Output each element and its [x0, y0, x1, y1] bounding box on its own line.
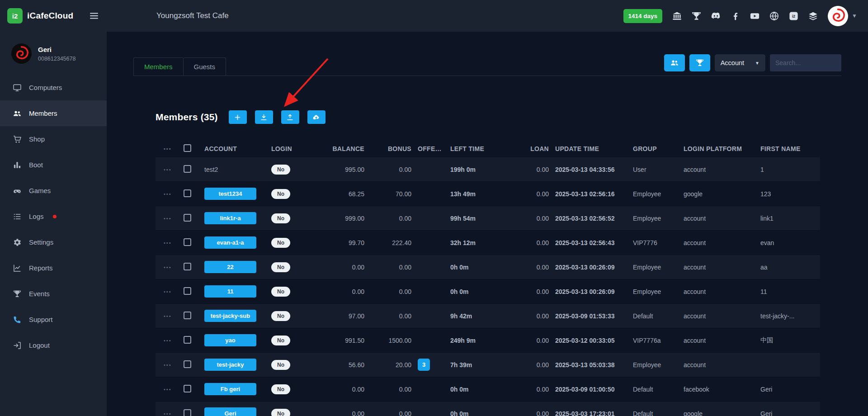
row-checkbox[interactable]: [184, 385, 191, 392]
sidebar-item-settings[interactable]: Settings: [0, 229, 107, 255]
column-header-account[interactable]: ACCOUNT: [204, 145, 271, 152]
first_name-cell: aa: [760, 264, 820, 271]
row-checkbox-cell: [184, 214, 204, 223]
row-menu-icon[interactable]: •••: [156, 387, 184, 392]
row-menu-icon[interactable]: •••: [156, 240, 184, 246]
column-header-group[interactable]: GROUP: [633, 145, 684, 152]
trophy-icon[interactable]: [691, 10, 702, 21]
sidebar-item-label: Logout: [29, 341, 50, 349]
row-checkbox[interactable]: [184, 312, 191, 319]
row-checkbox[interactable]: [184, 287, 191, 295]
column-header-bonus[interactable]: BONUS: [371, 145, 418, 152]
sidebar-item-boot[interactable]: Boot: [0, 152, 107, 178]
sidebar-item-shop[interactable]: Shop: [0, 126, 107, 152]
row-menu-icon[interactable]: •••: [156, 411, 184, 416]
column-header-update_time[interactable]: UPDATE TIME: [555, 145, 633, 152]
select-all-checkbox[interactable]: [184, 144, 191, 152]
account-menu-button[interactable]: ▼: [827, 5, 857, 27]
sidebar-item-logs[interactable]: Logs: [0, 203, 107, 229]
youtube-icon[interactable]: [749, 10, 760, 21]
row-menu-icon[interactable]: •••: [156, 338, 184, 343]
sidebar-item-computers[interactable]: Computers: [0, 75, 107, 100]
column-header-loan[interactable]: LOAN: [522, 145, 555, 152]
account-button[interactable]: test-jacky-sub: [204, 310, 256, 322]
search-input[interactable]: [770, 54, 841, 71]
sidebar-item-games[interactable]: Games: [0, 178, 107, 203]
row-menu-icon[interactable]: •••: [156, 216, 184, 221]
row-checkbox[interactable]: [184, 238, 191, 246]
column-header-left_time[interactable]: LEFT TIME: [450, 145, 522, 152]
account-button[interactable]: 11: [204, 285, 256, 298]
row-menu-icon[interactable]: •••: [156, 362, 184, 368]
users-icon: [13, 109, 22, 118]
bank-icon[interactable]: [671, 10, 682, 21]
row-checkbox[interactable]: [184, 189, 191, 197]
group-cell: VIP7776a: [633, 337, 684, 344]
row-menu-icon[interactable]: •••: [156, 167, 184, 172]
column-header-platform[interactable]: LOGIN PLATFORM: [684, 145, 760, 152]
row-checkbox[interactable]: [184, 214, 191, 222]
row-menu-icon[interactable]: •••: [156, 191, 184, 197]
layers-icon[interactable]: [807, 10, 818, 21]
hamburger-menu-icon[interactable]: [89, 10, 99, 21]
account-button[interactable]: 22: [204, 261, 256, 273]
account-button[interactable]: Geri: [204, 407, 256, 416]
sidebar-item-support[interactable]: Support: [0, 307, 107, 332]
trophy-icon: [695, 58, 704, 67]
offers-badge[interactable]: 3: [418, 359, 430, 371]
search-field-dropdown[interactable]: Account ▼: [715, 54, 765, 71]
login-cell: No: [271, 189, 322, 199]
sidebar-item-members[interactable]: Members: [0, 100, 107, 126]
sidebar-item-label: Games: [29, 187, 51, 194]
row-checkbox[interactable]: [184, 336, 191, 344]
facebook-icon[interactable]: [730, 10, 741, 21]
account-cell: yao: [204, 334, 271, 346]
group-cell: Employee: [633, 361, 684, 369]
group-cell: VIP7776: [633, 239, 684, 246]
upload-button[interactable]: [281, 110, 299, 124]
account-button[interactable]: Fb geri: [204, 383, 256, 395]
account-cell: test-jacky-sub: [204, 310, 271, 322]
column-header-balance[interactable]: BALANCE: [322, 145, 371, 152]
row-menu-icon[interactable]: •••: [156, 265, 184, 270]
tab-members[interactable]: Members: [133, 57, 184, 76]
discord-icon[interactable]: [710, 10, 721, 21]
sidebar-item-reports[interactable]: Reports: [0, 255, 107, 281]
sidebar-item-events[interactable]: Events: [0, 281, 107, 307]
account-button[interactable]: test-jacky: [204, 359, 256, 371]
account-button[interactable]: link1r-a: [204, 212, 256, 224]
plus-button[interactable]: [229, 110, 247, 124]
cloud-upload-button[interactable]: [307, 110, 326, 124]
globe-icon[interactable]: [769, 10, 779, 21]
column-header-offers[interactable]: OFFERS: [418, 145, 450, 152]
account-button[interactable]: test1234: [204, 188, 256, 200]
row-checkbox[interactable]: [184, 263, 191, 270]
column-header-login[interactable]: LOGIN: [271, 145, 322, 152]
tab-guests[interactable]: Guests: [184, 57, 226, 76]
row-menu-icon[interactable]: •••: [156, 313, 184, 319]
header-checkbox-cell: [184, 144, 204, 153]
login-cell: No: [271, 262, 322, 272]
login-badge: No: [271, 311, 290, 321]
download-button[interactable]: [255, 110, 273, 124]
members-filter-button[interactable]: [664, 54, 685, 71]
account-button[interactable]: yao: [204, 334, 256, 346]
rank-filter-button[interactable]: [689, 54, 710, 71]
sidebar-item-logout[interactable]: Logout: [0, 332, 107, 358]
column-header-first_name[interactable]: FIRST NAME: [760, 145, 820, 152]
sidebar-user-block[interactable]: Geri 008612345678: [0, 32, 107, 75]
account-cell: test1234: [204, 188, 271, 200]
row-checkbox[interactable]: [184, 409, 191, 416]
first_name-cell: 123: [760, 190, 820, 198]
row-checkbox[interactable]: [184, 165, 191, 173]
account-button[interactable]: evan-a1-a: [204, 236, 256, 249]
icafepay-icon[interactable]: i2: [788, 10, 799, 21]
group-cell: Employee: [633, 190, 684, 198]
login-cell: No: [271, 287, 322, 297]
row-checkbox[interactable]: [184, 360, 191, 368]
left_time-cell: 249h 9m: [450, 337, 522, 344]
loan-cell: 0.00: [522, 337, 555, 344]
header-menu-icon[interactable]: •••: [156, 146, 184, 151]
login-badge: No: [271, 262, 290, 272]
row-menu-icon[interactable]: •••: [156, 289, 184, 294]
